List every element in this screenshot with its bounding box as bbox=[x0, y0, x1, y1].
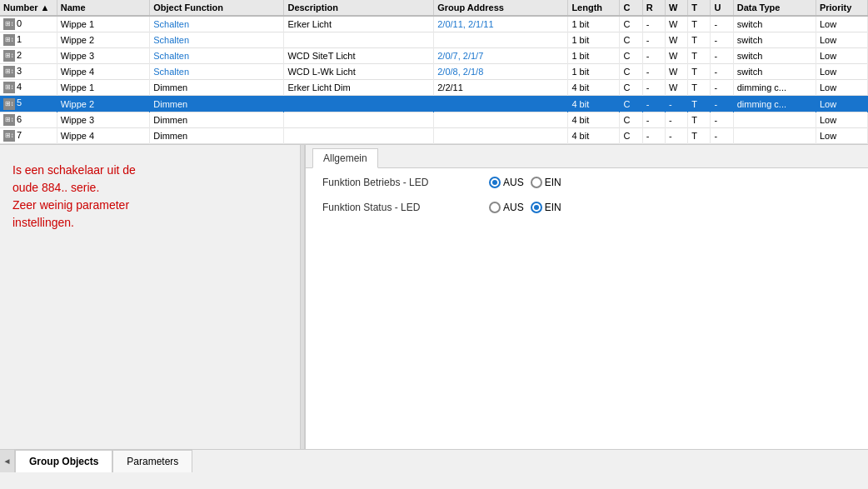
cell-u: - bbox=[711, 16, 733, 32]
cell-len: 1 bit bbox=[568, 32, 620, 48]
col-header-func[interactable]: Object Function bbox=[150, 0, 284, 16]
cell-w: - bbox=[665, 112, 687, 127]
cell-w: - bbox=[665, 127, 687, 143]
cell-addr: 2/2/11 bbox=[434, 80, 568, 96]
table-row[interactable]: ⊞↕0 Wippe 1 Schalten Erker Licht 2/0/11,… bbox=[0, 16, 868, 32]
cell-r: - bbox=[642, 96, 665, 112]
row-icon: ⊞↕ bbox=[3, 66, 15, 77]
cell-r: - bbox=[642, 16, 665, 32]
cell-desc bbox=[284, 127, 434, 143]
cell-name: Wippe 2 bbox=[57, 32, 150, 48]
cell-w: W bbox=[665, 48, 687, 64]
panel-content: Funktion Betriebs - LED AUS EIN Funktion… bbox=[306, 168, 868, 449]
cell-dtype: switch bbox=[733, 16, 816, 32]
col-header-u[interactable]: U bbox=[711, 0, 733, 16]
cell-r: - bbox=[642, 32, 665, 48]
cell-t: T bbox=[688, 127, 711, 143]
cell-pri: Low bbox=[816, 16, 867, 32]
panel-row-label: Funktion Status - LED bbox=[322, 202, 489, 213]
radio-option[interactable]: EIN bbox=[531, 177, 561, 188]
cell-desc: WCD SiteT Licht bbox=[284, 48, 434, 64]
table-row[interactable]: ⊞↕7 Wippe 4 Dimmen 4 bit C - - T - Low bbox=[0, 127, 868, 143]
table-row[interactable]: ⊞↕5 Wippe 2 Dimmen 4 bit C - - T - dimmi… bbox=[0, 96, 868, 112]
cell-name: Wippe 1 bbox=[57, 80, 150, 96]
cell-r: - bbox=[642, 112, 665, 127]
cell-dtype: switch bbox=[733, 64, 816, 80]
tab-scroll-arrow[interactable]: ◄ bbox=[0, 450, 15, 472]
col-header-c[interactable]: C bbox=[620, 0, 642, 16]
radio-circle[interactable] bbox=[531, 177, 542, 188]
cell-addr bbox=[434, 32, 568, 48]
cell-num: ⊞↕2 bbox=[0, 48, 57, 64]
cell-func: Dimmen bbox=[150, 80, 284, 96]
radio-group: AUS EIN bbox=[489, 202, 561, 213]
cell-name: Wippe 4 bbox=[57, 127, 150, 143]
cell-pri: Low bbox=[816, 96, 867, 112]
cell-c: C bbox=[620, 64, 642, 80]
col-header-r[interactable]: R bbox=[642, 0, 665, 16]
left-note-panel: Is een schakelaar uit de oude 884.. seri… bbox=[0, 145, 300, 449]
bottom-tab-parameters[interactable]: Parameters bbox=[112, 450, 192, 472]
radio-option[interactable]: EIN bbox=[531, 202, 561, 213]
cell-dtype: dimming c... bbox=[733, 96, 816, 112]
radio-option[interactable]: AUS bbox=[489, 202, 524, 213]
cell-len: 4 bit bbox=[568, 96, 620, 112]
cell-pri: Low bbox=[816, 127, 867, 143]
bottom-tab-group-objects[interactable]: Group Objects bbox=[15, 450, 112, 472]
row-icon: ⊞↕ bbox=[3, 34, 15, 46]
cell-u: - bbox=[711, 80, 733, 96]
bottom-area: Is een schakelaar uit de oude 884.. seri… bbox=[0, 145, 868, 449]
cell-func: Schalten bbox=[150, 16, 284, 32]
cell-w: W bbox=[665, 16, 687, 32]
radio-circle[interactable] bbox=[489, 202, 501, 213]
cell-pri: Low bbox=[816, 80, 867, 96]
table-row[interactable]: ⊞↕1 Wippe 2 Schalten 1 bit C - W T - swi… bbox=[0, 32, 868, 48]
col-header-addr[interactable]: Group Address bbox=[434, 0, 568, 16]
cell-r: - bbox=[642, 80, 665, 96]
cell-num: ⊞↕3 bbox=[0, 64, 57, 80]
col-header-number[interactable]: Number ▲ bbox=[0, 0, 57, 16]
cell-dtype bbox=[733, 127, 816, 143]
cell-u: - bbox=[711, 32, 733, 48]
table-area: Number ▲ Name Object Function Descriptio… bbox=[0, 0, 868, 145]
radio-label: AUS bbox=[503, 177, 524, 188]
col-header-desc[interactable]: Description bbox=[284, 0, 434, 16]
cell-w: - bbox=[665, 96, 687, 112]
col-header-pri[interactable]: Priority bbox=[816, 0, 867, 16]
cell-num: ⊞↕7 bbox=[0, 127, 57, 143]
table-row[interactable]: ⊞↕6 Wippe 3 Dimmen 4 bit C - - T - Low bbox=[0, 112, 868, 127]
radio-circle[interactable] bbox=[489, 177, 501, 188]
cell-r: - bbox=[642, 127, 665, 143]
radio-option[interactable]: AUS bbox=[489, 177, 524, 188]
cell-w: W bbox=[665, 80, 687, 96]
cell-desc bbox=[284, 96, 434, 112]
cell-name: Wippe 3 bbox=[57, 112, 150, 127]
col-header-t[interactable]: T bbox=[688, 0, 711, 16]
col-header-w[interactable]: W bbox=[665, 0, 687, 16]
cell-c: C bbox=[620, 127, 642, 143]
table-row[interactable]: ⊞↕4 Wippe 1 Dimmen Erker Licht Dim 2/2/1… bbox=[0, 80, 868, 96]
cell-dtype: switch bbox=[733, 32, 816, 48]
cell-name: Wippe 1 bbox=[57, 16, 150, 32]
panel-row: Funktion Status - LED AUS EIN bbox=[322, 202, 851, 213]
cell-w: W bbox=[665, 64, 687, 80]
cell-c: C bbox=[620, 16, 642, 32]
group-objects-table: Number ▲ Name Object Function Descriptio… bbox=[0, 0, 868, 144]
row-icon: ⊞↕ bbox=[3, 82, 15, 93]
cell-t: T bbox=[688, 32, 711, 48]
col-header-name[interactable]: Name bbox=[57, 0, 150, 16]
col-header-dtype[interactable]: Data Type bbox=[733, 0, 816, 16]
table-row[interactable]: ⊞↕3 Wippe 4 Schalten WCD L-Wk Licht 2/0/… bbox=[0, 64, 868, 80]
cell-u: - bbox=[711, 112, 733, 127]
col-header-len[interactable]: Length bbox=[568, 0, 620, 16]
table-row[interactable]: ⊞↕2 Wippe 3 Schalten WCD SiteT Licht 2/0… bbox=[0, 48, 868, 64]
radio-circle[interactable] bbox=[531, 202, 542, 213]
cell-func: Schalten bbox=[150, 32, 284, 48]
cell-num: ⊞↕5 bbox=[0, 96, 57, 112]
cell-func: Dimmen bbox=[150, 127, 284, 143]
cell-c: C bbox=[620, 80, 642, 96]
cell-desc bbox=[284, 32, 434, 48]
tab-allgemein[interactable]: Allgemein bbox=[312, 148, 378, 168]
cell-u: - bbox=[711, 127, 733, 143]
cell-func: Schalten bbox=[150, 64, 284, 80]
